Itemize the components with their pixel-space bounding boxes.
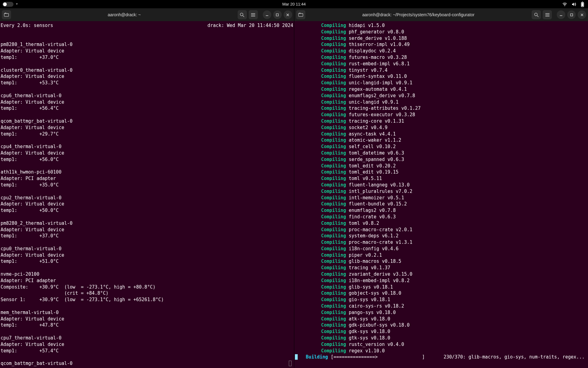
clock[interactable]: Mar 20 11:44	[282, 2, 306, 6]
crate-name: proc-macro-crate v2.0.1	[349, 227, 413, 232]
minimize-button[interactable]	[557, 10, 565, 19]
crate-name: pango-sys v0.18.0	[349, 310, 396, 315]
compiling-label: Compiling	[321, 310, 346, 315]
maximize-button[interactable]	[567, 10, 576, 19]
sensor-name: cpu4_thermal-virtual-0	[1, 144, 62, 149]
svg-rect-7	[298, 13, 303, 17]
watch-timestamp: drack: Wed Mar 20 11:44:50 2024	[208, 22, 293, 29]
left-terminal[interactable]: Every 2.0s: sensorsdrack: Wed Mar 20 11:…	[0, 21, 294, 368]
crate-name: gio-sys v0.18.1	[349, 297, 390, 302]
sensor-adapter: Adapter: Virtual device	[1, 342, 64, 347]
crate-name: system-deps v6.1.2	[349, 233, 399, 239]
compiling-label: Compiling	[321, 105, 346, 111]
compiling-label: Compiling	[321, 335, 346, 341]
compiling-label: Compiling	[321, 208, 346, 213]
compiling-label: Compiling	[321, 55, 346, 60]
crate-name: intl_pluralrules v7.0.2	[349, 189, 413, 194]
hamburger-menu-button[interactable]	[543, 10, 552, 19]
compiling-label: Compiling	[321, 246, 346, 251]
sensor-adapter: Adapter: Virtual device	[1, 48, 64, 54]
svg-point-0	[564, 6, 565, 6]
left-headerbar: aaronh@drack: ~	[0, 8, 294, 21]
crate-name: futures-macro v0.3.28	[349, 55, 407, 60]
compiling-label: Compiling	[321, 252, 346, 258]
crate-name: tracing v0.1.37	[349, 265, 390, 270]
compiling-label: Compiling	[321, 329, 346, 334]
crate-name: enumflags2 v0.7.8	[349, 208, 396, 213]
compiling-label: Compiling	[321, 297, 346, 302]
compiling-label: Compiling	[321, 48, 346, 54]
sensor-name: pm8280_2_thermal-virtual-0	[1, 220, 73, 226]
sensor-adapter: Adapter: Virtual device	[1, 227, 64, 232]
search-button[interactable]	[532, 10, 541, 19]
right-pane: aaronh@drack: ~/Projects/system76/keyboa…	[294, 8, 588, 368]
sensor-reading: temp1: +29.7°C	[1, 131, 59, 137]
wifi-icon[interactable]	[562, 2, 567, 6]
crate-name: rust-embed-impl v6.8.1	[349, 61, 410, 67]
crate-name: rustc_version v0.4.0	[349, 342, 404, 347]
sensor-name: cpu0_thermal-virtual-0	[1, 246, 62, 251]
crate-name: tracing-core v0.1.31	[349, 118, 404, 124]
sensor-reading: temp1: +53.3°C	[1, 80, 59, 86]
crate-name: fluent-langneg v0.13.0	[349, 182, 410, 188]
crate-name: enumflags2_derive v0.7.8	[349, 93, 415, 98]
compiling-label: Compiling	[321, 278, 346, 283]
sensor-name: nvme-pci-20100	[1, 271, 39, 277]
sensor-adapter: Adapter: PCI adapter	[1, 278, 56, 283]
compiling-label: Compiling	[321, 137, 346, 143]
sensor-name: cpu6_thermal-virtual-0	[1, 93, 62, 98]
crate-name: serde_spanned v0.6.3	[349, 157, 404, 162]
svg-rect-6	[276, 13, 278, 16]
sensor-name: cpu2_thermal-virtual-0	[1, 195, 62, 201]
search-button[interactable]	[238, 10, 247, 19]
building-line: Building [===============> ] 230/370: gl…	[295, 354, 588, 360]
crate-name: phf_generator v0.8.0	[349, 29, 404, 35]
crate-name: async-task v4.4.1	[349, 131, 396, 137]
compiling-label: Compiling	[321, 290, 346, 296]
watch-header: Every 2.0s: sensorsdrack: Wed Mar 20 11:…	[1, 22, 293, 29]
maximize-button[interactable]	[273, 10, 282, 19]
crate-name: socket2 v0.4.9	[349, 125, 387, 130]
battery-icon[interactable]	[581, 2, 584, 7]
cursor-icon	[289, 361, 292, 366]
svg-rect-4	[4, 13, 9, 17]
new-tab-button[interactable]	[2, 10, 11, 19]
sensor-reading: temp1: +37.0°C	[1, 233, 59, 239]
compiling-label: Compiling	[321, 189, 346, 194]
compiling-label: Compiling	[321, 201, 346, 207]
compiling-label: Compiling	[321, 214, 346, 220]
sensor-adapter: Adapter: Virtual device	[1, 99, 64, 105]
crate-name: hidapi v1.5.0	[349, 23, 385, 28]
sensor-name: cpu7_thermal-virtual-0	[1, 335, 62, 341]
sensor-reading: temp1: +56.4°C	[1, 105, 59, 111]
workspace-pill[interactable]	[2, 2, 13, 7]
sensor-reading: Composite: +30.9°C (low = -273.1°C, high…	[1, 284, 156, 290]
compiling-label: Compiling	[321, 80, 346, 86]
sensor-reading: Sensor 1: +30.9°C (low = -273.1°C, high …	[1, 297, 164, 302]
hamburger-menu-button[interactable]	[249, 10, 258, 19]
compiling-label: Compiling	[321, 118, 346, 124]
left-pane: aaronh@drack: ~ Every 2.0s: sensorsdrack…	[0, 8, 294, 368]
svg-rect-3	[582, 3, 583, 6]
volume-icon[interactable]	[571, 2, 576, 6]
crate-name: i18n-embed-impl v0.8.2	[349, 278, 410, 283]
compiling-label: Compiling	[321, 348, 346, 354]
sensor-name: cluster0_thermal-virtual-0	[1, 67, 73, 73]
crate-name: atk-sys v0.18.0	[349, 316, 390, 322]
sensor-reading: temp1: +56.0°C	[1, 157, 59, 162]
crate-name: toml_edit v0.20.2	[349, 163, 396, 169]
crate-name: i18n-config v0.4.6	[349, 246, 399, 251]
crate-name: intl-memoizer v0.5.1	[349, 195, 404, 201]
svg-rect-2	[582, 2, 583, 2]
minimize-button[interactable]	[263, 10, 271, 19]
right-terminal[interactable]: Compiling hidapi v1.5.0 Compiling phf_ge…	[294, 21, 588, 368]
crate-name: cairo-sys-rs v0.18.2	[349, 303, 404, 309]
compiling-label: Compiling	[321, 150, 346, 156]
crate-name: fluent-syntax v0.11.0	[349, 74, 407, 79]
compiling-label: Compiling	[321, 61, 346, 67]
close-button[interactable]	[284, 10, 292, 19]
compiling-label: Compiling	[321, 322, 346, 328]
close-button[interactable]	[578, 10, 586, 19]
new-tab-button[interactable]	[296, 10, 305, 19]
workarea: aaronh@drack: ~ Every 2.0s: sensorsdrack…	[0, 8, 588, 368]
